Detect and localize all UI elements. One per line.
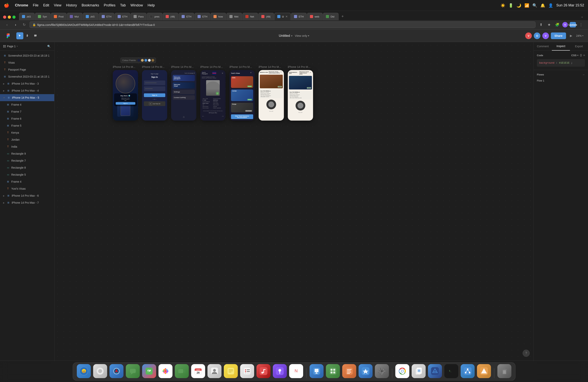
close-jordan-doc-icon[interactable]: ✕: [310, 72, 312, 74]
tab-close-btn[interactable]: ✕: [285, 15, 288, 18]
avatar-o[interactable]: O: [534, 32, 540, 39]
browser-tab-eth1[interactable]: ETH: [99, 13, 114, 20]
browser-tab-pres[interactable]: pres: [147, 13, 162, 20]
india-visa-card[interactable]: India Active: [231, 76, 253, 88]
update-btn[interactable]: Update: [570, 22, 576, 27]
dock-news[interactable]: N: [289, 364, 303, 378]
avatar-v2[interactable]: V: [542, 32, 549, 39]
browser-tab-48[interactable]: (48(: [163, 13, 178, 20]
dock-sourcetree[interactable]: [461, 364, 475, 378]
search-layers-btn[interactable]: 🔍: [46, 44, 51, 49]
layer-passport[interactable]: T Passport Page: [0, 66, 54, 73]
lang-dropdown[interactable]: CSS ▾: [571, 54, 578, 57]
layer-iphone5[interactable]: ▼ ⊞ iPhone 14 Pro Max - 5: [0, 94, 54, 101]
browser-tab-web[interactable]: web: [307, 13, 323, 20]
tab-export[interactable]: Export: [570, 42, 588, 51]
layer-iphone7[interactable]: ▶ ⊞ iPhone 14 Pro Max - 7: [0, 199, 54, 206]
browser-tab-mut[interactable]: Mut: [67, 13, 83, 20]
new-tab-btn[interactable]: +: [339, 13, 346, 20]
browser-tab-did[interactable]: Did: [323, 13, 338, 20]
menubar-tab[interactable]: Tab: [120, 3, 126, 7]
layer-iphone3[interactable]: ▶ ⊞ iPhone 14 Pro Max - 3: [0, 80, 54, 87]
avatar-menubar[interactable]: 👤: [548, 3, 553, 8]
maximize-window-btn[interactable]: [12, 16, 16, 19]
flow-1-item[interactable]: Flow 1: [537, 78, 585, 83]
layer-frame5[interactable]: ⊞ Frame 5: [0, 122, 54, 129]
browser-tab-zks1[interactable]: zkS: [19, 13, 35, 20]
menubar-window[interactable]: Window: [130, 3, 143, 7]
browser-tab-para[interactable]: Para: [131, 13, 147, 20]
dock-finder[interactable]: 😀: [77, 364, 91, 378]
browser-tab-syn[interactable]: Syn: [35, 13, 51, 20]
browser-tab-48b[interactable]: (48(: [258, 13, 274, 20]
phone-frame-7[interactable]: JORDANIAN E-VISA Electronic TravelAuthor…: [288, 70, 313, 121]
dock-music[interactable]: [256, 364, 271, 378]
layer-rect5[interactable]: ▭ Rectangle 5: [0, 171, 54, 178]
dock-contacts[interactable]: [208, 364, 221, 378]
zoom-selector[interactable]: 24% ▾: [576, 34, 583, 37]
tab-list-btn[interactable]: ⌄: [579, 14, 585, 20]
forward-btn[interactable]: ›: [12, 21, 19, 28]
dock-terminal[interactable]: $_: [444, 364, 458, 378]
document-title[interactable]: Untitled ▾: [279, 34, 293, 38]
code-expand-btn[interactable]: ⟨⟩: [580, 54, 582, 57]
apple-menu[interactable]: 🍎: [4, 3, 9, 8]
menubar-file[interactable]: File: [33, 3, 39, 7]
figma-logo[interactable]: [5, 32, 12, 39]
faceid-btn[interactable]: ⊙ Use Face ID: [144, 101, 165, 106]
css-lang-selector[interactable]: Code: [537, 54, 543, 57]
layer-rect9[interactable]: ▭ Rectangle 9: [0, 150, 54, 157]
jordan-visa-card[interactable]: Jordan Active: [231, 89, 253, 101]
layer-yuvis[interactable]: T Yuvi's Visas: [0, 185, 54, 192]
phone-frame-4[interactable]: Sign In page Sign In Sign In — or —: [142, 70, 167, 121]
phone-frame-5a[interactable]: Yuvi's Homepage ⚙ View your passport Vie…: [171, 70, 196, 121]
play-btn[interactable]: ▶: [568, 33, 574, 39]
dock-notes[interactable]: [224, 364, 238, 378]
layer-iphone6[interactable]: ▶ ⊞ iPhone 14 Pro Max - 6: [0, 192, 54, 199]
contact-btn[interactable]: Contact Us/FAQ: [173, 95, 195, 100]
dock-maps[interactable]: 🗺: [142, 364, 156, 378]
page-selector[interactable]: Page 1 ▾: [3, 45, 18, 48]
notifications-icon[interactable]: 🔔: [540, 3, 545, 8]
tab-inspect[interactable]: Inspect: [552, 42, 570, 51]
browser-tab-eth4[interactable]: ETH: [195, 13, 210, 20]
kenya-visa-card[interactable]: Kenya Not Active: [231, 103, 253, 112]
landing-signin-btn[interactable]: Sign In: [116, 102, 135, 105]
layer-rect8[interactable]: ▭ Rectangle 8: [0, 164, 54, 171]
dock-calendar[interactable]: 26MAR: [191, 364, 205, 378]
phone-frame-5b[interactable]: Yuvi'sPassport ✕ United Kingdom of Great…: [200, 70, 226, 121]
reload-btn[interactable]: ↻: [21, 21, 27, 28]
help-button[interactable]: ?: [523, 350, 530, 357]
menubar-history[interactable]: History: [66, 3, 77, 7]
select-tool[interactable]: [16, 32, 23, 39]
flows-collapse-icon[interactable]: ↔: [583, 73, 585, 76]
dock-preview[interactable]: [412, 364, 426, 378]
layer-frame7[interactable]: ⊞ Frame 7: [0, 108, 54, 115]
dock-sourcetree2[interactable]: [477, 364, 491, 378]
dock-vscode[interactable]: [428, 364, 442, 378]
browser-tab-how[interactable]: how: [210, 13, 226, 20]
dock-facetime[interactable]: [175, 364, 189, 378]
dock-settings[interactable]: [375, 364, 389, 378]
browser-tab-post[interactable]: Post: [51, 13, 66, 20]
minimize-window-btn[interactable]: [8, 16, 11, 19]
signin-button[interactable]: Sign In: [144, 93, 165, 97]
layer-kenya[interactable]: T Kenya: [0, 129, 54, 136]
close-visas-icon[interactable]: ✕: [250, 72, 253, 75]
profile-btn[interactable]: V: [562, 22, 568, 27]
travel-docs-btn[interactable]: View Travel Insurance Documentation: [231, 114, 253, 119]
dock-numbers[interactable]: [326, 364, 340, 378]
back-btn[interactable]: ‹: [4, 21, 10, 28]
view-passport-btn[interactable]: View your passport: [173, 75, 195, 81]
close-india-doc-icon[interactable]: ✕: [280, 71, 283, 74]
menu-btn[interactable]: ⋮: [578, 21, 584, 28]
browser-tab-met[interactable]: Met: [227, 13, 242, 20]
menubar-edit[interactable]: Edit: [43, 3, 49, 7]
code-copy-btn[interactable]: ≡: [583, 54, 585, 57]
dock-photos[interactable]: [158, 364, 172, 378]
browser-tab-net[interactable]: Net: [242, 13, 258, 20]
menubar-help[interactable]: Help: [147, 3, 155, 7]
hand-tool[interactable]: [24, 32, 31, 39]
figma-canvas[interactable]: Colour Palette iPhone 14 Pro M...: [54, 42, 534, 382]
dock-podcasts[interactable]: [273, 364, 287, 378]
